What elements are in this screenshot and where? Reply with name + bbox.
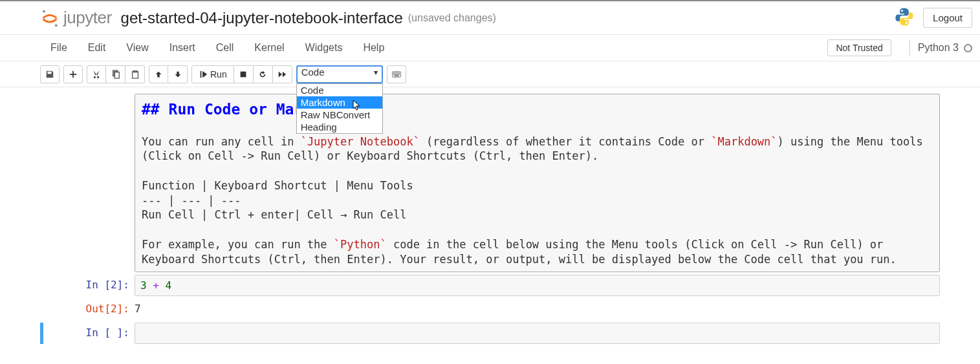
svg-rect-11 <box>393 74 394 74</box>
svg-rect-8 <box>396 72 397 73</box>
cell-type-option-code[interactable]: Code <box>297 84 382 96</box>
run-label: Run <box>210 69 227 80</box>
out-prompt: Out[2]: <box>40 299 135 315</box>
markdown-source[interactable]: ## Run Code or Markdown You can run any … <box>135 94 940 272</box>
header: jupyter get-started-04-jupyter-notebook-… <box>0 1 980 35</box>
paste-button[interactable] <box>125 65 145 83</box>
copy-icon <box>111 70 120 79</box>
menubar: File Edit View Insert Cell Kernel Widget… <box>0 35 980 61</box>
output-value: 7 <box>135 299 940 315</box>
copy-button[interactable] <box>106 65 125 83</box>
cut-icon <box>92 70 101 79</box>
plus-icon <box>69 70 78 79</box>
move-up-button[interactable] <box>149 65 168 83</box>
keyboard-icon <box>392 70 401 79</box>
stop-icon <box>239 70 248 79</box>
cut-button[interactable] <box>87 65 106 83</box>
svg-rect-6 <box>393 72 394 73</box>
logo-text: jupyter <box>63 8 112 28</box>
menu-edit[interactable]: Edit <box>78 36 116 60</box>
svg-rect-16 <box>394 75 398 76</box>
kernel-divider <box>909 40 910 56</box>
svg-rect-10 <box>398 72 399 73</box>
code-cell-2[interactable]: In [ ]: <box>40 323 940 344</box>
svg-rect-7 <box>395 72 395 73</box>
code-input-empty[interactable] <box>135 323 940 344</box>
code-input[interactable]: 3 + 4 <box>135 275 940 296</box>
svg-rect-15 <box>398 74 399 74</box>
markdown-cell[interactable]: ## Run Code or Markdown You can run any … <box>40 94 940 272</box>
menu-view[interactable]: View <box>116 36 158 60</box>
restart-run-all-button[interactable] <box>273 65 292 83</box>
cell-type-option-markdown[interactable]: Markdown <box>297 96 382 109</box>
jupyter-logo[interactable]: jupyter <box>40 8 112 28</box>
paste-icon <box>131 70 140 79</box>
run-icon <box>199 70 208 79</box>
kernel-status-icon <box>964 44 972 52</box>
menu-file[interactable]: File <box>40 36 78 60</box>
toolbar: Run Code Code Markdown Raw NBConvert Hea… <box>0 61 980 87</box>
menu-insert[interactable]: Insert <box>159 36 206 60</box>
restart-icon <box>258 70 267 79</box>
svg-rect-14 <box>397 74 398 74</box>
svg-point-2 <box>901 10 903 12</box>
move-down-button[interactable] <box>168 65 188 83</box>
svg-point-3 <box>906 22 908 24</box>
svg-point-0 <box>43 10 45 12</box>
command-palette-button[interactable] <box>387 65 406 83</box>
menu-help[interactable]: Help <box>353 36 395 60</box>
cell-type-option-heading[interactable]: Heading <box>297 121 382 133</box>
svg-rect-9 <box>397 72 398 73</box>
code-cell-1[interactable]: In [2]: 3 + 4 <box>40 275 940 296</box>
logout-button[interactable]: Logout <box>923 8 972 28</box>
arrow-down-icon <box>173 70 182 79</box>
cell-type-menu: Code Markdown Raw NBConvert Heading <box>296 83 383 134</box>
prompt-empty <box>40 94 135 272</box>
fast-forward-icon <box>278 70 287 79</box>
code-cell-1-output: Out[2]: 7 <box>40 299 940 315</box>
save-status: (unsaved changes) <box>408 12 496 24</box>
menu-cell[interactable]: Cell <box>206 36 245 60</box>
in-prompt-empty: In [ ]: <box>43 323 135 344</box>
svg-rect-12 <box>395 74 395 74</box>
notebook-area: ## Run Code or Markdown You can run any … <box>0 87 980 364</box>
cell-type-dropdown[interactable]: Code Code Markdown Raw NBConvert Heading <box>296 65 383 83</box>
menu-widgets[interactable]: Widgets <box>295 36 353 60</box>
python-icon <box>893 6 915 30</box>
arrow-up-icon <box>154 70 163 79</box>
notebook-name[interactable]: get-started-04-jupyter-notebook-interfac… <box>121 9 403 27</box>
in-prompt: In [2]: <box>40 275 135 296</box>
svg-point-1 <box>55 24 58 27</box>
cell-type-selected[interactable]: Code <box>296 65 383 83</box>
jupyter-icon <box>40 8 60 28</box>
svg-rect-13 <box>396 74 397 74</box>
save-button[interactable] <box>40 65 60 83</box>
kernel-name[interactable]: Python 3 <box>918 42 959 54</box>
add-cell-button[interactable] <box>63 65 83 83</box>
cell-type-option-raw[interactable]: Raw NBConvert <box>297 109 382 121</box>
run-button[interactable]: Run <box>191 65 234 83</box>
save-icon <box>45 70 54 79</box>
interrupt-button[interactable] <box>234 65 254 83</box>
restart-button[interactable] <box>254 65 273 83</box>
trust-button[interactable]: Not Trusted <box>827 39 891 56</box>
menu-kernel[interactable]: Kernel <box>244 36 294 60</box>
svg-rect-4 <box>241 71 246 77</box>
